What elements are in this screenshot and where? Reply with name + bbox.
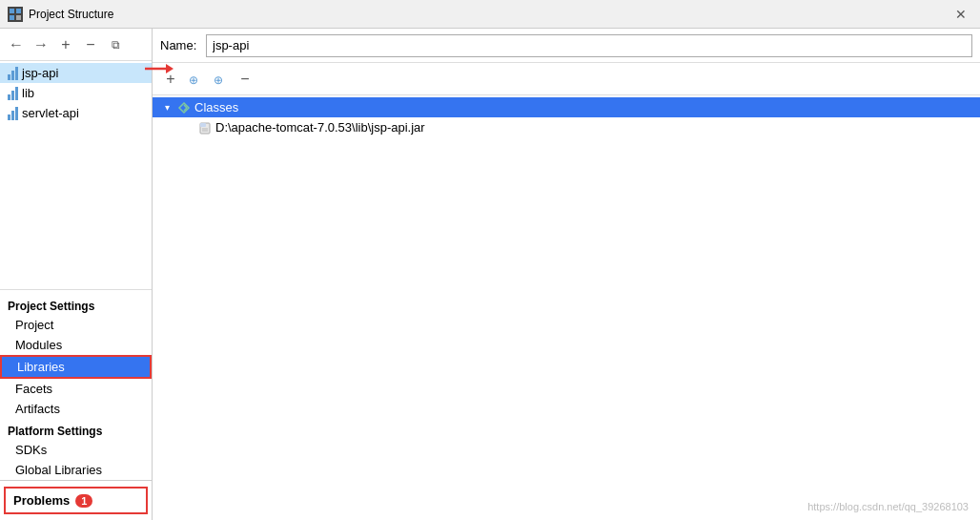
jar-path-label: D:\apache-tomcat-7.0.53\lib\jsp-api.jar — [215, 120, 425, 135]
copy-library-button[interactable]: ⧉ — [105, 34, 126, 55]
svg-text:⊕: ⊕ — [214, 73, 223, 87]
library-label: jsp-api — [22, 66, 58, 80]
svg-rect-3 — [16, 15, 21, 20]
library-item-lib[interactable]: lib — [0, 83, 152, 103]
titlebar: Project Structure ✕ — [0, 0, 980, 29]
svg-rect-10 — [200, 123, 206, 127]
remove-library-button[interactable]: − — [80, 34, 101, 55]
library-icon — [8, 87, 18, 100]
problems-label: Problems — [13, 493, 70, 508]
name-row: Name: — [153, 29, 980, 63]
svg-text:⊕: ⊕ — [189, 73, 198, 87]
jar-file-icon — [198, 121, 212, 135]
tree-area: ▾ Classes — [153, 95, 980, 520]
library-icon — [8, 107, 18, 120]
library-label: lib — [22, 86, 34, 100]
sidebar-item-label: Project — [15, 318, 53, 332]
forward-button[interactable]: → — [31, 34, 51, 55]
sidebar-item-project[interactable]: Project — [0, 315, 152, 335]
expand-icon[interactable]: ▾ — [160, 101, 174, 114]
sidebar-item-global-libraries[interactable]: Global Libraries — [0, 460, 152, 480]
bar-chart-icon — [8, 107, 18, 120]
problems-section: Problems 1 — [0, 480, 152, 520]
remove-classes-button[interactable]: − — [235, 69, 255, 90]
titlebar-left: Project Structure — [8, 7, 113, 22]
classes-label: Classes — [194, 100, 238, 114]
window-title: Project Structure — [29, 8, 113, 21]
sidebar-item-sdks[interactable]: SDKs — [0, 440, 152, 460]
problems-item[interactable]: Problems 1 — [4, 487, 148, 514]
sidebar-item-label: Modules — [15, 338, 62, 352]
platform-settings-header: Platform Settings — [0, 419, 152, 440]
sidebar: ← → + − ⧉ jsp-api — [0, 29, 153, 520]
sidebar-item-artifacts[interactable]: Artifacts — [0, 399, 152, 419]
project-settings-header: Project Settings — [0, 294, 152, 315]
sidebar-item-label: Libraries — [17, 360, 65, 374]
sidebar-item-facets[interactable]: Facets — [0, 379, 152, 399]
sidebar-item-label: Artifacts — [15, 402, 60, 416]
library-item-jsp-api[interactable]: jsp-api — [0, 63, 152, 83]
close-button[interactable]: ✕ — [949, 5, 972, 24]
library-list: jsp-api lib — [0, 61, 152, 289]
sidebar-toolbar: ← → + − ⧉ — [0, 29, 152, 61]
problems-badge: 1 — [75, 494, 92, 508]
right-panel: Name: + ⊕ ⊕ − ▾ — [153, 29, 980, 520]
bar-chart-icon — [8, 67, 18, 80]
watermark: https://blog.csdn.net/qq_39268103 — [807, 501, 969, 512]
sidebar-item-libraries[interactable]: Libraries — [0, 355, 152, 379]
svg-rect-1 — [16, 9, 21, 13]
add-copy-button[interactable]: ⊕ — [185, 69, 206, 90]
add-classes-button[interactable]: + — [160, 69, 181, 90]
back-button[interactable]: ← — [6, 34, 27, 55]
add-alt-button[interactable]: ⊕ — [210, 69, 231, 90]
library-label: servlet-api — [22, 106, 79, 120]
library-icon — [8, 67, 18, 80]
tree-row-jar[interactable]: D:\apache-tomcat-7.0.53\lib\jsp-api.jar — [153, 117, 980, 137]
nav-section: Project Settings Project Modules Librari… — [0, 289, 152, 480]
name-label: Name: — [160, 38, 198, 52]
app-icon — [8, 7, 23, 22]
sidebar-item-label: SDKs — [15, 443, 47, 457]
tree-row-classes[interactable]: ▾ Classes — [153, 97, 980, 117]
sidebar-item-label: Global Libraries — [15, 463, 102, 477]
add-library-button[interactable]: + — [55, 34, 76, 55]
svg-rect-2 — [10, 15, 14, 20]
svg-rect-0 — [10, 9, 14, 13]
name-input[interactable] — [206, 34, 972, 57]
bar-chart-icon — [8, 87, 18, 100]
classes-icon — [177, 101, 191, 114]
svg-marker-6 — [179, 103, 189, 113]
main-container: ← → + − ⧉ jsp-api — [0, 29, 980, 520]
right-toolbar: + ⊕ ⊕ − — [153, 63, 980, 95]
sidebar-item-modules[interactable]: Modules — [0, 335, 152, 355]
sidebar-item-label: Facets — [15, 382, 52, 396]
library-item-servlet-api[interactable]: servlet-api — [0, 103, 152, 123]
